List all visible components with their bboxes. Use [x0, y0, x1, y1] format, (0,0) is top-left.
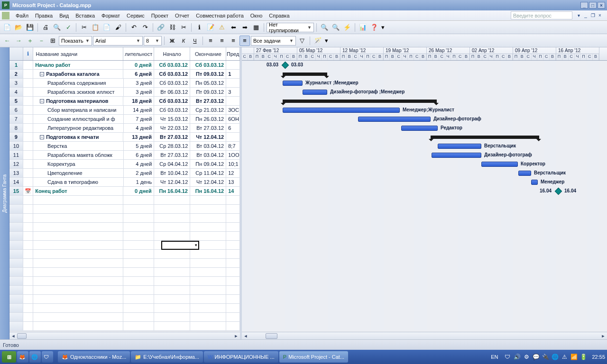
- autofilter-icon[interactable]: ▽: [297, 36, 307, 46]
- redo-icon[interactable]: ↷: [140, 22, 150, 33]
- file-icon[interactable]: [2, 12, 9, 19]
- warn-icon[interactable]: ⚠: [217, 22, 227, 33]
- align-left-icon[interactable]: ≡: [205, 36, 216, 46]
- minimize-button[interactable]: _: [580, 2, 588, 9]
- fontsize-combo[interactable]: 8▼: [144, 36, 162, 46]
- underline-icon[interactable]: Ч: [190, 36, 200, 46]
- menu-collab[interactable]: Совместная работа: [193, 12, 247, 19]
- menu-edit[interactable]: Правка: [32, 12, 56, 19]
- menu-format[interactable]: Формат: [98, 12, 123, 19]
- indent-icon[interactable]: －: [36, 36, 46, 46]
- filter-combo[interactable]: Все задачи▼: [251, 36, 296, 46]
- undo-icon[interactable]: ↶: [129, 22, 139, 33]
- unlink-icon[interactable]: ⛓: [167, 22, 177, 33]
- split-icon[interactable]: ✂: [178, 22, 189, 33]
- menu-bar: Файл Правка Вид Вставка Формат Сервис Пр…: [0, 10, 607, 21]
- grouping-combo[interactable]: Нет группировки▼: [267, 23, 314, 32]
- toolbar-standard: 📄 📂 💾 🖨 🔍 ✓ ✂ 📋 📄 🖌 ↶ ↷ 🔗 ⛓ ✂ ℹ 📝 ⚠ ⬅ ➡ …: [0, 21, 607, 34]
- indent-right-icon[interactable]: ➡: [239, 22, 250, 33]
- goto-icon[interactable]: ⚡: [342, 22, 352, 33]
- toolbar-more-icon[interactable]: ▾: [324, 36, 329, 46]
- show-combo[interactable]: Показать▼: [59, 36, 92, 46]
- cut-icon[interactable]: ✂: [79, 22, 89, 33]
- show-subtasks-icon[interactable]: ⊞: [47, 36, 58, 46]
- title-bar: P Microsoft Project - Catalog.mpp _ □ ×: [0, 0, 607, 10]
- help-icon[interactable]: ❓: [369, 22, 379, 33]
- info-icon[interactable]: ℹ: [194, 22, 204, 33]
- outdent-icon[interactable]: ＋: [25, 36, 35, 46]
- copy-icon[interactable]: 📋: [90, 22, 101, 33]
- doc-close-button[interactable]: ×: [597, 12, 603, 19]
- menu-project[interactable]: Проект: [148, 12, 172, 19]
- font-combo[interactable]: Arial▼: [93, 36, 143, 46]
- doc-restore-button[interactable]: ❐: [589, 12, 596, 19]
- menu-tools[interactable]: Сервис: [123, 12, 148, 19]
- nav-fwd-icon[interactable]: →: [13, 36, 24, 46]
- question-box[interactable]: Введите вопрос: [511, 11, 572, 19]
- report-icon[interactable]: 📊: [358, 22, 368, 33]
- paste-icon[interactable]: 📄: [101, 22, 112, 33]
- link-icon[interactable]: 🔗: [156, 22, 166, 33]
- toolbar-more-icon[interactable]: ▾: [380, 22, 385, 33]
- format-painter-icon[interactable]: 🖌: [113, 22, 123, 33]
- doc-minimize-button[interactable]: _: [582, 12, 589, 19]
- menu-help[interactable]: Справка: [266, 12, 293, 19]
- align-justify-icon[interactable]: ≡: [239, 36, 250, 46]
- italic-icon[interactable]: К: [178, 36, 189, 46]
- app-icon: P: [2, 1, 9, 9]
- bold-icon[interactable]: Ж: [167, 36, 177, 46]
- menu-file[interactable]: Файл: [12, 12, 32, 19]
- align-center-icon[interactable]: ≡: [217, 36, 227, 46]
- menu-view[interactable]: Вид: [56, 12, 72, 19]
- zoom-out-icon[interactable]: 🔍: [331, 22, 341, 33]
- new-icon[interactable]: 📄: [2, 22, 12, 33]
- zoom-in-icon[interactable]: 🔍: [319, 22, 330, 33]
- open-icon[interactable]: 📂: [13, 22, 24, 33]
- toolbar-formatting: ← → ＋ － ⊞ Показать▼ Arial▼ 8▼ Ж К Ч ≡ ≡ …: [0, 34, 607, 47]
- doc-menu-icon[interactable]: ▾: [575, 12, 582, 19]
- spellcheck-icon[interactable]: ✓: [63, 22, 74, 33]
- columns-icon[interactable]: ▦: [251, 22, 261, 33]
- maximize-button[interactable]: □: [589, 2, 597, 9]
- nav-back-icon[interactable]: ←: [2, 36, 12, 46]
- menu-report[interactable]: Отчет: [172, 12, 193, 19]
- preview-icon[interactable]: 🔍: [52, 22, 62, 33]
- close-button[interactable]: ×: [598, 2, 605, 9]
- align-right-icon[interactable]: ≡: [228, 36, 239, 46]
- wizard-icon[interactable]: 🪄: [313, 36, 323, 46]
- menu-window[interactable]: Окно: [247, 12, 266, 19]
- menu-insert[interactable]: Вставка: [72, 12, 98, 19]
- note-icon[interactable]: 📝: [205, 22, 216, 33]
- indent-left-icon[interactable]: ⬅: [228, 22, 239, 33]
- app-title: Microsoft Project - Catalog.mpp: [12, 2, 91, 8]
- print-icon[interactable]: 🖨: [40, 22, 51, 33]
- save-icon[interactable]: 💾: [25, 22, 35, 33]
